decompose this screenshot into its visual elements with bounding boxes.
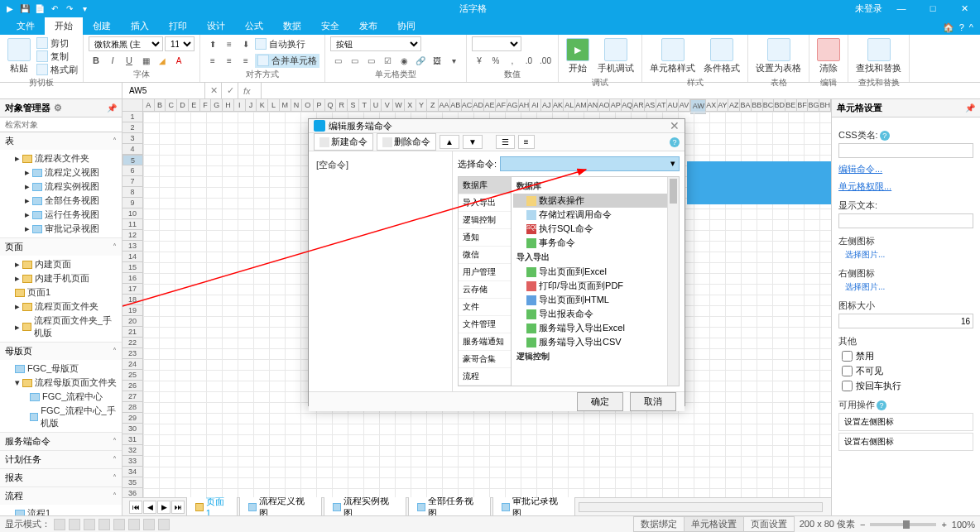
cat-item[interactable]: 用户管理 bbox=[459, 264, 511, 281]
row-header[interactable]: 12 bbox=[122, 230, 143, 241]
column-header[interactable]: AJ bbox=[541, 99, 553, 111]
font-family-select[interactable]: 微软雅黑 (主 bbox=[89, 36, 163, 51]
align-top-button[interactable]: ⬆ bbox=[205, 36, 220, 51]
column-header[interactable]: K bbox=[257, 99, 268, 111]
tree-item[interactable]: ▸内建页面 bbox=[0, 257, 122, 271]
column-header[interactable]: AM bbox=[575, 99, 588, 111]
row-header[interactable]: 18 bbox=[122, 295, 143, 305]
css-class-input[interactable] bbox=[838, 143, 973, 158]
expand-button[interactable]: ☰ bbox=[496, 135, 515, 149]
column-header[interactable]: F bbox=[200, 99, 212, 111]
decimal-dec-button[interactable]: .00 bbox=[538, 53, 553, 68]
move-up-button[interactable]: ▲ bbox=[440, 135, 459, 149]
login-status[interactable]: 未登录 bbox=[855, 2, 882, 15]
column-header[interactable]: AC bbox=[462, 99, 473, 111]
celltype-btn-7[interactable]: 🖼 bbox=[430, 53, 444, 68]
help-icon[interactable]: ? bbox=[880, 131, 890, 141]
set-table-button[interactable]: 设置为表格 bbox=[753, 36, 804, 76]
window-close-icon[interactable]: ✕ bbox=[952, 3, 977, 14]
row-header[interactable]: 11 bbox=[122, 219, 143, 230]
view-mode-1[interactable] bbox=[54, 519, 65, 530]
view-mode-7[interactable] bbox=[143, 519, 155, 530]
tree-item[interactable]: ▸流程表文件夹 bbox=[0, 151, 122, 165]
tasks-section[interactable]: 计划任务˄ bbox=[0, 451, 122, 468]
tree-scrollbar[interactable] bbox=[667, 177, 679, 386]
celltype-btn-4[interactable]: ☑ bbox=[380, 53, 395, 68]
column-header[interactable]: V bbox=[382, 99, 393, 111]
row-header[interactable]: 36 bbox=[122, 488, 143, 497]
column-header[interactable]: AH bbox=[519, 99, 531, 111]
column-header[interactable]: X bbox=[405, 99, 416, 111]
tree-item[interactable]: 导出页面到Excel bbox=[513, 265, 677, 279]
ok-button[interactable]: 确定 bbox=[577, 392, 623, 411]
view-mode-2[interactable] bbox=[69, 519, 80, 530]
tree-item[interactable]: 导出报表命令 bbox=[513, 307, 677, 321]
edit-command-link[interactable]: 编辑命令... bbox=[838, 163, 973, 175]
tree-item[interactable]: ▸内建手机页面 bbox=[0, 271, 122, 285]
column-header[interactable]: E bbox=[189, 99, 200, 111]
column-header[interactable]: BC bbox=[763, 99, 775, 111]
zoom-in-icon[interactable]: + bbox=[941, 520, 946, 530]
cell-style-button[interactable]: 单元格样式 bbox=[647, 36, 698, 76]
paste-button[interactable]: 粘贴 bbox=[5, 36, 33, 76]
row-headers[interactable]: 1234567891011121314151617181920212223242… bbox=[122, 112, 143, 497]
cat-item[interactable]: 流程 bbox=[459, 368, 511, 386]
format-painter-button[interactable]: 格式刷 bbox=[36, 64, 78, 76]
tree-item[interactable]: ▸流程定义视图 bbox=[0, 165, 122, 180]
column-header[interactable]: N bbox=[291, 99, 303, 111]
tree-item[interactable]: ▸审批记录视图 bbox=[0, 222, 122, 236]
menu-publish[interactable]: 发布 bbox=[349, 17, 387, 35]
cell-permission-link[interactable]: 单元格权限... bbox=[838, 180, 973, 193]
server-cmd-section[interactable]: 服务端命令˄ bbox=[0, 433, 122, 450]
column-header[interactable]: AT bbox=[656, 99, 668, 111]
font-size-select[interactable]: 11 bbox=[165, 36, 195, 51]
row-header[interactable]: 9 bbox=[122, 198, 143, 208]
column-header[interactable]: Q bbox=[325, 99, 337, 111]
row-header[interactable]: 28 bbox=[122, 402, 143, 413]
pages-section[interactable]: 页面˄ bbox=[0, 238, 122, 256]
tables-section[interactable]: 表˄ bbox=[0, 132, 122, 150]
column-header[interactable]: Y bbox=[416, 99, 428, 111]
help-icon[interactable]: ? bbox=[670, 137, 680, 147]
row-header[interactable]: 29 bbox=[122, 413, 143, 424]
row-header[interactable]: 15 bbox=[122, 262, 143, 273]
window-maximize-icon[interactable]: □ bbox=[920, 3, 945, 13]
pin-icon[interactable]: 📌 bbox=[107, 103, 117, 113]
column-header[interactable]: S bbox=[348, 99, 359, 111]
menu-security[interactable]: 安全 bbox=[311, 17, 349, 35]
bold-button[interactable]: B bbox=[89, 53, 103, 68]
row-header[interactable]: 6 bbox=[122, 165, 143, 176]
wrap-text-button[interactable]: 自动换行 bbox=[255, 38, 305, 50]
row-header[interactable]: 3 bbox=[122, 133, 143, 144]
percent-button[interactable]: % bbox=[488, 53, 503, 68]
row-header[interactable]: 34 bbox=[122, 467, 143, 477]
column-header[interactable]: BB bbox=[752, 99, 763, 111]
master-section[interactable]: 母版页˄ bbox=[0, 343, 122, 360]
icon-size-input[interactable] bbox=[838, 314, 973, 328]
column-header[interactable]: AX bbox=[706, 99, 718, 111]
tree-item[interactable]: 数据表操作 bbox=[513, 194, 677, 208]
tree-item[interactable]: 事务命令 bbox=[513, 236, 677, 250]
column-header[interactable]: AO bbox=[598, 99, 610, 111]
column-header[interactable]: L bbox=[268, 99, 280, 111]
menu-home[interactable]: 开始 bbox=[45, 17, 83, 35]
tree-item[interactable]: 存储过程调用命令 bbox=[513, 208, 677, 222]
column-header[interactable]: O bbox=[302, 99, 314, 111]
column-header[interactable]: BE bbox=[785, 99, 797, 111]
qat-redo-icon[interactable]: ↷ bbox=[63, 2, 76, 15]
cancel-edit-icon[interactable]: ✕ bbox=[205, 83, 222, 98]
qat-dropdown-icon[interactable]: ▾ bbox=[78, 2, 91, 15]
celltype-btn-2[interactable]: ▭ bbox=[347, 53, 362, 68]
cancel-button[interactable]: 取消 bbox=[630, 392, 676, 411]
cell-reference-input[interactable] bbox=[127, 84, 202, 98]
column-header[interactable]: BH bbox=[819, 99, 831, 111]
cond-format-button[interactable]: 条件格式 bbox=[701, 36, 742, 76]
column-header[interactable]: AL bbox=[564, 99, 575, 111]
row-header[interactable]: 7 bbox=[122, 176, 143, 187]
qat-undo-icon[interactable]: ↶ bbox=[48, 2, 61, 15]
find-replace-button[interactable]: 查找和替换 bbox=[853, 36, 904, 76]
tree-item[interactable]: ▸全部任务视图 bbox=[0, 194, 122, 208]
column-header[interactable]: BD bbox=[774, 99, 785, 111]
row-header[interactable]: 4 bbox=[122, 144, 143, 155]
qat-new-icon[interactable]: 📄 bbox=[33, 2, 46, 15]
